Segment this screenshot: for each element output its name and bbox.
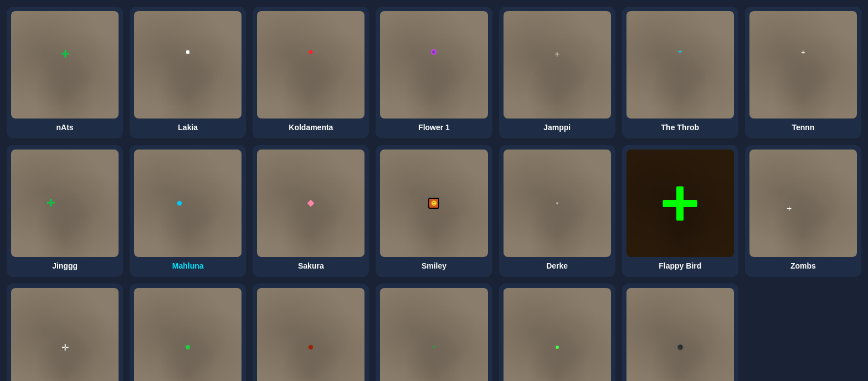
card-label-koldamenta: Koldamenta — [289, 123, 333, 134]
card-derke[interactable]: Derke — [499, 145, 615, 277]
card-preview-fishychair — [504, 288, 611, 381]
card-label-sakura: Sakura — [298, 261, 324, 272]
card-preview-shao: + — [380, 288, 487, 381]
card-preview-smiley: 🙂 — [380, 150, 487, 257]
card-preview-jamppi: + — [504, 11, 611, 119]
card-shao[interactable]: + Shao — [376, 284, 492, 381]
card-preview-amongus — [626, 288, 734, 381]
card-flappybird[interactable]: Flappy Bird — [622, 145, 738, 277]
card-label-zombs: Zombs — [790, 261, 816, 272]
card-label-flappybird: Flappy Bird — [659, 261, 701, 272]
card-preview-zombs: + — [749, 150, 857, 257]
card-lakia[interactable]: Lakia — [130, 7, 246, 138]
card-jinggg[interactable]: ✛ Jinggg — [7, 145, 123, 277]
skins-grid: ✛ nAts Lakia Koldamenta Flower 1 + Jampp… — [0, 0, 868, 381]
card-preview-flappybird — [626, 150, 734, 257]
card-koldamenta[interactable]: Koldamenta — [253, 7, 369, 138]
card-amongus[interactable]: Among Us — [622, 284, 738, 381]
card-ornament[interactable]: Ornament — [253, 284, 369, 381]
card-label-smiley: Smiley — [422, 261, 446, 272]
card-fishychair[interactable]: fishychair — [499, 284, 615, 381]
card-label-jinggg: Jinggg — [52, 261, 78, 272]
card-label-derke: Derke — [546, 261, 568, 272]
card-preview-mahluna — [134, 150, 242, 257]
card-sakura[interactable]: Sakura — [253, 145, 369, 277]
card-preview-koldamenta — [257, 11, 364, 119]
card-preview-thethrob: + — [626, 11, 734, 119]
card-label-tennn: Tennn — [792, 123, 814, 134]
card-flower1[interactable]: Flower 1 — [376, 7, 492, 138]
card-circle[interactable]: Circle — [130, 284, 246, 381]
card-smiley[interactable]: 🙂 Smiley — [376, 145, 492, 277]
card-label-flower1: Flower 1 — [418, 123, 450, 134]
card-label-mahluna: Mahluna — [172, 261, 204, 272]
card-preview-lakia — [134, 11, 242, 119]
card-nats[interactable]: ✛ nAts — [7, 7, 123, 138]
card-tennn[interactable]: + Tennn — [745, 7, 861, 138]
card-preview-flower1 — [380, 11, 487, 119]
card-label-nats: nAts — [57, 123, 74, 134]
card-preview-tennn: + — [749, 11, 857, 119]
card-label-jamppi: Jamppi — [543, 123, 571, 134]
card-preview-derke — [504, 150, 611, 257]
card-preview-nats: ✛ — [11, 11, 119, 119]
card-thethrob[interactable]: + The Throb — [622, 7, 738, 138]
card-preview-ornament — [257, 288, 364, 381]
card-preview-circle — [134, 288, 242, 381]
card-label-lakia: Lakia — [178, 123, 198, 134]
card-zombs[interactable]: + Zombs — [745, 145, 861, 277]
card-jamppi[interactable]: + Jamppi — [499, 7, 615, 138]
card-preview-arrows: ✛ — [11, 288, 119, 381]
card-preview-jinggg: ✛ — [11, 150, 119, 257]
card-mahluna[interactable]: Mahluna — [130, 145, 246, 277]
card-label-thethrob: The Throb — [661, 123, 699, 134]
card-arrows[interactable]: ✛ Arrows — [7, 284, 123, 381]
card-preview-sakura — [257, 150, 364, 257]
